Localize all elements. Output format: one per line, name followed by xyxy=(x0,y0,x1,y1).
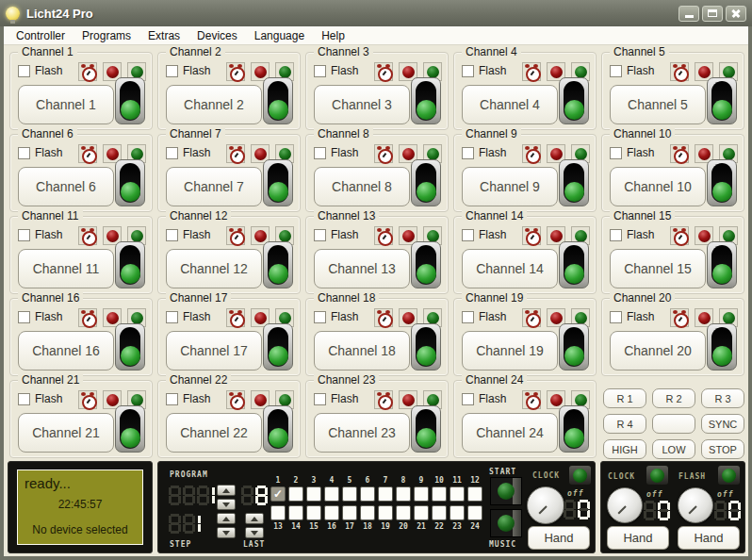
step-checkbox[interactable] xyxy=(432,486,447,502)
flash-checkbox[interactable] xyxy=(462,393,474,405)
channel-switch[interactable] xyxy=(559,159,589,206)
channel-switch[interactable] xyxy=(263,405,293,453)
channel-button[interactable]: Channel 19 xyxy=(462,331,558,371)
function-button[interactable]: R 3 xyxy=(701,388,744,408)
menu-devices[interactable]: Devices xyxy=(188,27,246,44)
program-spin-up[interactable] xyxy=(217,485,236,496)
channel-switch[interactable] xyxy=(115,405,145,453)
flash-checkbox[interactable] xyxy=(166,229,178,241)
close-button[interactable] xyxy=(726,6,746,22)
channel-switch[interactable] xyxy=(559,405,589,453)
step-checkbox[interactable] xyxy=(467,486,482,502)
channel-button[interactable]: Channel 3 xyxy=(314,85,410,124)
program-spin-down[interactable] xyxy=(217,499,236,510)
aux-clock-knob[interactable] xyxy=(607,487,643,523)
flash-checkbox[interactable] xyxy=(18,229,30,241)
clock-hand-button[interactable]: Hand xyxy=(528,526,590,550)
channel-button[interactable]: Channel 8 xyxy=(314,167,410,206)
channel-button[interactable]: Channel 2 xyxy=(166,85,262,124)
step-checkbox[interactable] xyxy=(414,505,429,520)
step-checkbox[interactable] xyxy=(306,505,321,520)
step-checkbox[interactable] xyxy=(450,505,465,520)
channel-switch[interactable] xyxy=(707,77,737,124)
flash-checkbox[interactable] xyxy=(18,393,30,405)
flash-checkbox[interactable] xyxy=(462,65,474,77)
channel-button[interactable]: Channel 15 xyxy=(610,249,706,288)
channel-switch[interactable] xyxy=(559,241,589,288)
channel-button[interactable]: Channel 1 xyxy=(18,85,114,124)
channel-button[interactable]: Channel 24 xyxy=(462,413,558,453)
channel-button[interactable]: Channel 20 xyxy=(610,331,706,371)
flash-checkbox[interactable] xyxy=(314,393,326,405)
channel-switch[interactable] xyxy=(263,77,293,124)
channel-button[interactable]: Channel 21 xyxy=(18,413,114,453)
flash-checkbox[interactable] xyxy=(462,147,474,159)
channel-switch[interactable] xyxy=(411,159,441,206)
step-checkbox[interactable] xyxy=(342,486,357,502)
minimize-button[interactable] xyxy=(678,6,699,22)
step-checkbox[interactable] xyxy=(306,486,321,502)
step-checkbox[interactable] xyxy=(360,505,375,520)
step-checkbox[interactable] xyxy=(467,505,482,520)
flash-checkbox[interactable] xyxy=(18,65,30,77)
last-spin-up[interactable] xyxy=(245,513,264,524)
channel-button[interactable]: Channel 12 xyxy=(166,249,262,288)
channel-switch[interactable] xyxy=(115,159,145,206)
channel-switch[interactable] xyxy=(707,323,737,371)
channel-button[interactable]: Channel 22 xyxy=(166,413,262,453)
flash-checkbox[interactable] xyxy=(314,311,326,323)
channel-button[interactable]: Channel 5 xyxy=(610,85,706,124)
function-button[interactable] xyxy=(652,414,695,434)
step-checkbox[interactable] xyxy=(378,505,393,520)
aux-flash-hand-button[interactable]: Hand xyxy=(678,526,740,550)
menu-help[interactable]: Help xyxy=(313,27,353,44)
step-checkbox[interactable] xyxy=(414,486,429,502)
flash-checkbox[interactable] xyxy=(314,65,326,77)
step-checkbox[interactable] xyxy=(396,486,411,502)
channel-button[interactable]: Channel 13 xyxy=(314,249,410,288)
function-button[interactable]: LOW xyxy=(652,439,695,459)
channel-switch[interactable] xyxy=(411,405,441,453)
clock-knob[interactable] xyxy=(527,486,564,524)
channel-button[interactable]: Channel 7 xyxy=(166,167,262,206)
step-spin-up[interactable] xyxy=(217,513,236,524)
flash-checkbox[interactable] xyxy=(610,147,622,159)
aux-clock-hand-button[interactable]: Hand xyxy=(607,526,669,550)
channel-button[interactable]: Channel 17 xyxy=(166,331,262,371)
step-checkbox[interactable] xyxy=(342,505,357,520)
channel-button[interactable]: Channel 9 xyxy=(462,167,558,206)
channel-button[interactable]: Channel 14 xyxy=(462,249,558,288)
channel-button[interactable]: Channel 6 xyxy=(18,167,114,206)
channel-switch[interactable] xyxy=(411,241,441,288)
function-button[interactable]: SYNC xyxy=(701,414,744,434)
channel-button[interactable]: Channel 10 xyxy=(610,167,706,206)
step-checkbox[interactable] xyxy=(288,505,303,520)
menu-extras[interactable]: Extras xyxy=(139,27,188,44)
maximize-button[interactable] xyxy=(702,6,723,22)
function-button[interactable]: R 4 xyxy=(603,414,646,434)
step-checkbox[interactable] xyxy=(324,486,339,502)
flash-checkbox[interactable] xyxy=(166,65,178,77)
last-spin-down[interactable] xyxy=(245,527,264,538)
music-button[interactable] xyxy=(490,509,522,537)
function-button[interactable]: R 1 xyxy=(603,388,646,408)
flash-checkbox[interactable] xyxy=(462,311,474,323)
channel-switch[interactable] xyxy=(115,323,145,371)
channel-button[interactable]: Channel 16 xyxy=(18,331,114,371)
function-button[interactable]: HIGH xyxy=(603,439,646,459)
step-checkbox[interactable] xyxy=(288,486,303,502)
menu-programs[interactable]: Programs xyxy=(74,27,139,44)
channel-button[interactable]: Channel 23 xyxy=(314,413,410,453)
flash-checkbox[interactable] xyxy=(166,147,178,159)
step-checkbox[interactable]: ✓ xyxy=(270,486,286,502)
channel-button[interactable]: Channel 18 xyxy=(314,331,410,371)
menu-language[interactable]: Language xyxy=(246,27,313,44)
channel-switch[interactable] xyxy=(115,77,145,124)
channel-switch[interactable] xyxy=(707,159,737,206)
flash-checkbox[interactable] xyxy=(166,393,178,405)
flash-checkbox[interactable] xyxy=(18,147,30,159)
channel-switch[interactable] xyxy=(559,323,589,371)
flash-checkbox[interactable] xyxy=(314,147,326,159)
function-button[interactable]: R 2 xyxy=(652,388,695,408)
channel-switch[interactable] xyxy=(411,77,441,124)
